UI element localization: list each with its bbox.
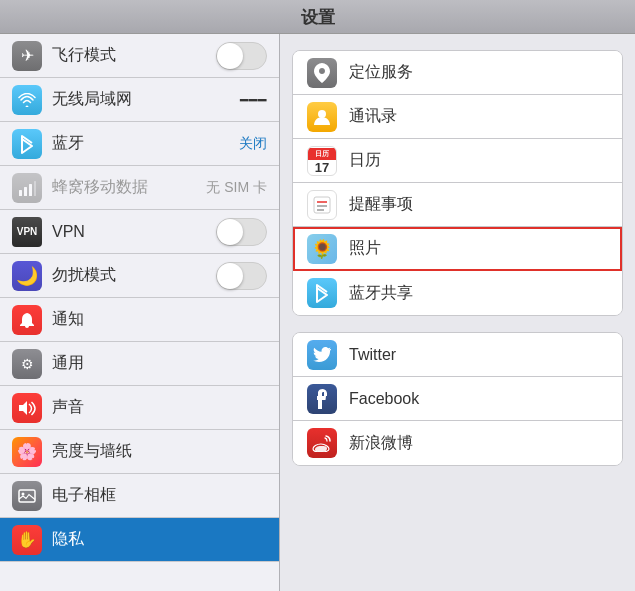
content-label-photos: 照片 (349, 238, 608, 259)
sidebar-item-donotdisturb[interactable]: 🌙 勿扰模式 (0, 254, 279, 298)
photoframe-icon (12, 481, 42, 511)
contacts-icon (307, 102, 337, 132)
sidebar-label-vpn: VPN (52, 223, 216, 241)
content-label-facebook: Facebook (349, 390, 608, 408)
sidebar-label-notifications: 通知 (52, 309, 267, 330)
sidebar-item-sound[interactable]: 声音 (0, 386, 279, 430)
bluetooth-icon (12, 129, 42, 159)
content-item-reminders[interactable]: 提醒事项 (293, 183, 622, 227)
location-icon (307, 58, 337, 88)
sidebar-item-cellular[interactable]: 蜂窝移动数据 无 SIM 卡 (0, 166, 279, 210)
airplane-toggle-knob (217, 43, 243, 69)
content-label-twitter: Twitter (349, 346, 608, 364)
sidebar-item-notifications[interactable]: 通知 (0, 298, 279, 342)
twitter-icon (307, 340, 337, 370)
donotdisturb-icon: 🌙 (12, 261, 42, 291)
content-panel: 定位服务 通讯录 日历 17 (280, 34, 635, 591)
svg-rect-3 (34, 181, 36, 196)
content-group-2: Twitter Facebook (292, 332, 623, 466)
sidebar-label-donotdisturb: 勿扰模式 (52, 265, 216, 286)
svg-rect-2 (29, 184, 32, 196)
sidebar: ✈ 飞行模式 无线局域网 ━━━ (0, 34, 280, 591)
photos-icon: 🌻 (307, 234, 337, 264)
weibo-icon (307, 428, 337, 458)
sidebar-value-bluetooth: 关闭 (239, 135, 267, 153)
reminders-icon (307, 190, 337, 220)
wifi-icon (12, 85, 42, 115)
sidebar-label-airplane: 飞行模式 (52, 45, 216, 66)
vpn-icon: VPN (12, 217, 42, 247)
sidebar-label-privacy: 隐私 (52, 529, 267, 550)
sidebar-label-wallpaper: 亮度与墙纸 (52, 441, 267, 462)
sidebar-item-general[interactable]: ⚙ 通用 (0, 342, 279, 386)
content-item-facebook[interactable]: Facebook (293, 377, 622, 421)
facebook-icon (307, 384, 337, 414)
content-item-contacts[interactable]: 通讯录 (293, 95, 622, 139)
sound-icon (12, 393, 42, 423)
main-layout: ✈ 飞行模式 无线局域网 ━━━ (0, 34, 635, 591)
title-bar: 设置 (0, 0, 635, 34)
content-item-twitter[interactable]: Twitter (293, 333, 622, 377)
sidebar-item-airplane[interactable]: ✈ 飞行模式 (0, 34, 279, 78)
content-label-bluetooth-share: 蓝牙共享 (349, 283, 608, 304)
sidebar-item-photoframe[interactable]: 电子相框 (0, 474, 279, 518)
sidebar-item-vpn[interactable]: VPN VPN (0, 210, 279, 254)
sidebar-item-wallpaper[interactable]: 🌸 亮度与墙纸 (0, 430, 279, 474)
notifications-icon (12, 305, 42, 335)
sidebar-label-photoframe: 电子相框 (52, 485, 267, 506)
sidebar-item-wifi[interactable]: 无线局域网 ━━━ (0, 78, 279, 122)
content-item-weibo[interactable]: 新浪微博 (293, 421, 622, 465)
svg-marker-4 (19, 401, 27, 415)
content-group-1: 定位服务 通讯录 日历 17 (292, 50, 623, 316)
content-label-reminders: 提醒事项 (349, 194, 608, 215)
sidebar-label-wifi: 无线局域网 (52, 89, 236, 110)
sidebar-value-wifi: ━━━ (240, 92, 267, 108)
content-label-location: 定位服务 (349, 62, 608, 83)
content-label-calendar: 日历 (349, 150, 608, 171)
airplane-icon: ✈ (12, 41, 42, 71)
airplane-toggle[interactable] (216, 42, 267, 70)
sidebar-item-bluetooth[interactable]: 蓝牙 关闭 (0, 122, 279, 166)
vpn-toggle-knob (217, 219, 243, 245)
content-item-location[interactable]: 定位服务 (293, 51, 622, 95)
sidebar-label-bluetooth: 蓝牙 (52, 133, 235, 154)
sidebar-label-general: 通用 (52, 353, 267, 374)
page-title: 设置 (301, 8, 335, 27)
svg-rect-5 (19, 490, 35, 502)
donotdisturb-toggle[interactable] (216, 262, 267, 290)
sidebar-label-cellular: 蜂窝移动数据 (52, 177, 202, 198)
svg-rect-0 (19, 190, 22, 196)
wallpaper-icon: 🌸 (12, 437, 42, 467)
bluetooth-share-icon (307, 278, 337, 308)
content-label-weibo: 新浪微博 (349, 433, 608, 454)
sidebar-value-cellular: 无 SIM 卡 (206, 179, 267, 197)
cellular-icon (12, 173, 42, 203)
donotdisturb-toggle-knob (217, 263, 243, 289)
vpn-toggle[interactable] (216, 218, 267, 246)
general-icon: ⚙ (12, 349, 42, 379)
calendar-icon: 日历 17 (307, 146, 337, 176)
sidebar-item-privacy[interactable]: ✋ 隐私 (0, 518, 279, 562)
content-item-calendar[interactable]: 日历 17 日历 (293, 139, 622, 183)
content-item-bluetooth-share[interactable]: 蓝牙共享 (293, 271, 622, 315)
svg-rect-1 (24, 187, 27, 196)
content-label-contacts: 通讯录 (349, 106, 608, 127)
svg-point-7 (318, 110, 326, 118)
sidebar-label-sound: 声音 (52, 397, 267, 418)
content-item-photos[interactable]: 🌻 照片 (293, 227, 622, 271)
privacy-icon: ✋ (12, 525, 42, 555)
svg-point-6 (22, 492, 25, 495)
